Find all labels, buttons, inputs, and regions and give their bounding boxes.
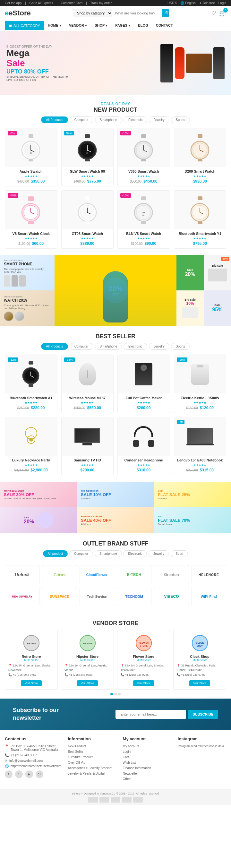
brand-unlock[interactable]: Unlock bbox=[5, 565, 39, 584]
outlet-tab-jewelry[interactable]: Jewelry bbox=[148, 550, 169, 557]
outlet-tab-smartphone[interactable]: Smartphone bbox=[95, 550, 122, 557]
promo-banner-5[interactable]: Furniture Special SALE 40% OFF All items bbox=[77, 507, 154, 533]
outlet-tab-all[interactable]: All product bbox=[43, 550, 68, 557]
banner-watch-2019[interactable]: Trend Collection WATCH 2019 Chronograph … bbox=[0, 290, 55, 326]
tab-electronic[interactable]: Electronic bbox=[124, 117, 147, 123]
footer-link-best-seller[interactable]: Best Seller bbox=[68, 750, 83, 753]
nav-shop[interactable]: SHOP ▾ bbox=[91, 20, 111, 31]
svg-text:RETRO: RETRO bbox=[27, 642, 36, 645]
vendor-visit-btn[interactable]: Visit Store bbox=[21, 680, 42, 686]
bs-tab-electronic[interactable]: Electronic bbox=[124, 343, 147, 350]
bs-tab-jewelry[interactable]: Jewelry bbox=[149, 343, 169, 350]
topbar-care[interactable]: Customer Care bbox=[61, 1, 83, 5]
watch-svg: 10 09 bbox=[132, 196, 156, 224]
nav-home[interactable]: HOME ▾ bbox=[44, 20, 65, 31]
brand-wifind[interactable]: WiFi-Find bbox=[192, 587, 226, 606]
brand-vibeco[interactable]: VIBECO bbox=[154, 587, 189, 606]
price-old: $250.00 bbox=[186, 468, 198, 472]
promo-banner-1[interactable]: Trend 2017-2018 SALE 30% OFF Limited off… bbox=[0, 482, 77, 507]
footer-link-finance[interactable]: Finance Information bbox=[123, 766, 151, 770]
vendor-visit-btn[interactable]: Visit Store bbox=[77, 680, 98, 686]
bs-tab-all[interactable]: All Products bbox=[41, 343, 68, 350]
footer-link-furniture[interactable]: Furniture Product bbox=[68, 755, 92, 759]
login-link[interactable]: Login bbox=[219, 1, 226, 5]
youtube-icon[interactable]: ▶ bbox=[25, 770, 33, 778]
banner-sale-20[interactable]: Sale 20% bbox=[176, 255, 204, 290]
banner-smartphone[interactable]: Trend Collection SMART PHONE The most po… bbox=[0, 255, 55, 290]
outlet-tab-electronic[interactable]: Electronic bbox=[123, 550, 147, 557]
banner-center-sale[interactable]: 20% OFF bbox=[55, 255, 176, 326]
footer-link-jewelry[interactable]: Jewelry & Pearls & Digital bbox=[68, 772, 104, 775]
googleplus-icon[interactable]: g+ bbox=[36, 770, 43, 778]
footer-link-new-product[interactable]: New Product bbox=[68, 744, 86, 748]
tab-sports[interactable]: Sports bbox=[171, 117, 190, 123]
facebook-icon[interactable]: f bbox=[5, 770, 12, 778]
vendor-visit-btn[interactable]: Visit Store bbox=[189, 680, 210, 686]
banner-big-sale-2[interactable]: Big sale 10% bbox=[176, 290, 204, 326]
footer-link-accessories[interactable]: Accessories > Jewelry Bracelet bbox=[68, 766, 112, 770]
product-info: D209 Smart Watch ★★★★★ $930.00 bbox=[174, 167, 226, 186]
brand-cloudflower[interactable]: CloudFlower bbox=[79, 565, 114, 584]
brand-rea[interactable]: REA JEWELRY bbox=[5, 587, 39, 606]
promo-banner-2[interactable]: Top Collection SALE 10% OFF All items bbox=[77, 482, 154, 507]
promo-banner-4[interactable]: Sale 20% bbox=[0, 507, 77, 533]
tab-computer[interactable]: Computer bbox=[70, 117, 93, 123]
footer-link-other[interactable]: Other bbox=[123, 777, 131, 781]
language-selector[interactable]: 🌐 English bbox=[180, 1, 196, 5]
bs-tab-sports[interactable]: Sports bbox=[171, 343, 190, 350]
tab-smartphone[interactable]: Smartphone bbox=[95, 117, 122, 123]
footer-website[interactable]: 🌐 http://themeforest.net/user/Notiofilm bbox=[5, 764, 61, 768]
banner-big-sale-1[interactable]: 10% Big sale bbox=[204, 255, 231, 290]
brand-techservice[interactable]: Tech Service bbox=[79, 587, 114, 606]
twitter-icon[interactable]: t bbox=[15, 770, 23, 778]
brand-etech[interactable]: E-TECH bbox=[117, 565, 152, 584]
brand-sunspace[interactable]: SUNSPACE bbox=[42, 587, 77, 606]
join-link[interactable]: ✦ Join free bbox=[199, 1, 215, 5]
footer-link-newsletter[interactable]: Newsletter bbox=[123, 772, 138, 775]
brand-grenton[interactable]: Grenton bbox=[154, 565, 189, 584]
tab-all-products[interactable]: All Products bbox=[41, 117, 68, 123]
all-category-button[interactable]: ☰ ALL CATEGORY bbox=[5, 21, 44, 30]
vendor-visit-btn[interactable]: Visit Store bbox=[133, 680, 154, 686]
outlet-tab-computer[interactable]: Computer bbox=[69, 550, 93, 557]
nav-contact[interactable]: CONTACT bbox=[152, 20, 177, 30]
topbar-app[interactable]: Get the app bbox=[5, 1, 22, 5]
currency-selector[interactable]: USD $ bbox=[167, 1, 177, 5]
topbar-aliexpress[interactable]: Go to AliExpress bbox=[29, 1, 53, 5]
dot-1[interactable] bbox=[110, 693, 113, 695]
footer-link-my-account[interactable]: My account bbox=[123, 744, 139, 748]
product-badge: -10% bbox=[120, 193, 131, 198]
nav-vendor[interactable]: VENDOR ▾ bbox=[65, 20, 91, 31]
footer-link-login[interactable]: Login bbox=[123, 750, 131, 753]
newsletter-subscribe-button[interactable]: SUBSCRIBE bbox=[188, 710, 218, 719]
nav-blog[interactable]: BLOG bbox=[134, 20, 152, 30]
promo-banner-3[interactable]: Sub FLAT SALE 25% All items bbox=[154, 482, 231, 507]
dot-3[interactable] bbox=[118, 693, 121, 695]
banner-sale-95[interactable]: Sale 95% bbox=[204, 290, 231, 326]
brand-helenore[interactable]: HELENORE bbox=[192, 565, 226, 584]
tab-jewelry[interactable]: Jewelry bbox=[149, 117, 169, 123]
topbar-track[interactable]: Track my order bbox=[90, 1, 112, 5]
brand-techcom[interactable]: TECHCOM bbox=[117, 587, 152, 606]
bs-tab-smartphone[interactable]: Smartphone bbox=[95, 343, 122, 350]
footer-email[interactable]: ✉ info@yourwebmail.com bbox=[5, 759, 61, 763]
search-button[interactable]: 🔍 bbox=[162, 9, 169, 17]
outlet-tab-sport[interactable]: Sport bbox=[171, 550, 188, 557]
cart-icon[interactable]: 🛒 0 bbox=[219, 10, 226, 17]
search-input[interactable] bbox=[112, 10, 162, 17]
category-dropdown[interactable]: Shop by category bbox=[73, 9, 112, 17]
product-prices: $460.00 $375.00 bbox=[64, 179, 111, 184]
dot-2[interactable] bbox=[114, 693, 117, 695]
cart-badge: 0 bbox=[223, 8, 228, 12]
footer-link-over-off[interactable]: Over Off Vip bbox=[68, 761, 85, 764]
footer-link-wishlist[interactable]: Wish List bbox=[123, 761, 136, 764]
nav-pages[interactable]: PAGES ▾ bbox=[111, 20, 134, 31]
promo-banner-6[interactable]: Sub FLAT SALE 70% For all items bbox=[154, 507, 231, 533]
product-name: Luxury Necklace Party bbox=[8, 458, 55, 462]
newsletter-email-input[interactable] bbox=[116, 710, 186, 719]
wishlist-icon[interactable]: ♡ bbox=[211, 10, 216, 16]
footer-link-cart[interactable]: Cart bbox=[123, 755, 129, 759]
svg-rect-51 bbox=[198, 221, 202, 224]
brand-citrus[interactable]: Citrus bbox=[42, 565, 77, 584]
bs-tab-computer[interactable]: Computer bbox=[70, 343, 93, 350]
